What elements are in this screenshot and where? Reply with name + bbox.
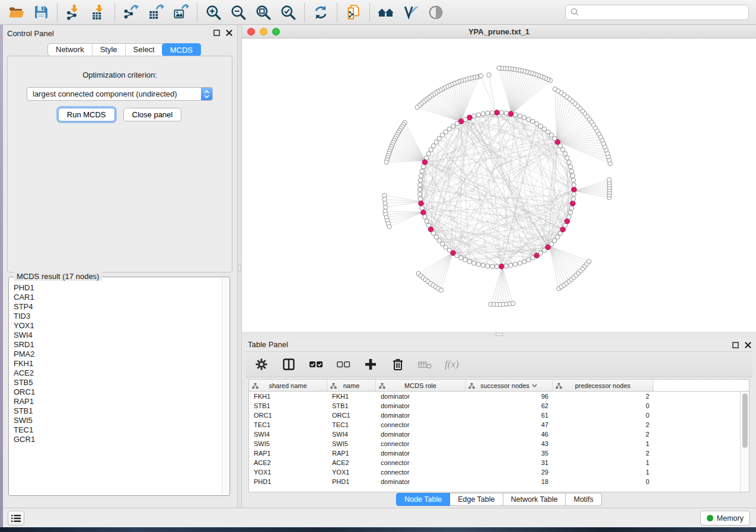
mcds-result-item[interactable]: SRD1 <box>14 340 229 350</box>
cell-predecessor-nodes[interactable]: 2 <box>553 450 653 457</box>
table-row[interactable]: RAP1RAP1dominator352 <box>249 448 749 458</box>
mcds-result-list[interactable]: PHD1CAR1STP4TID3YOX1SWI4SRD1PMA2FKH1ACE2… <box>9 277 229 444</box>
table-row[interactable]: TEC1TEC1connector472 <box>249 420 749 430</box>
table-row[interactable]: FKH1FKH1dominator962 <box>249 392 749 401</box>
column-header-MCDS-role[interactable]: MCDS role <box>376 380 465 392</box>
table-row[interactable]: ACE2ACE2connector311 <box>249 458 749 467</box>
mcds-result-item[interactable]: TEC1 <box>14 425 229 435</box>
network-window-titlebar[interactable]: YPA_prune.txt_1 <box>242 25 756 39</box>
zoom-selected-icon[interactable] <box>279 4 297 21</box>
cell-name[interactable]: YOX1 <box>327 469 376 476</box>
mcds-result-item[interactable]: FKH1 <box>14 359 229 368</box>
cell-predecessor-nodes[interactable]: 2 <box>553 431 653 438</box>
cell-predecessor-nodes[interactable]: 0 <box>553 402 653 409</box>
window-close-icon[interactable] <box>247 28 255 36</box>
table-row[interactable]: YOX1YOX1connector291 <box>249 467 749 477</box>
cell-shared-name[interactable]: YOX1 <box>249 469 327 476</box>
close-panel-icon[interactable] <box>745 342 751 348</box>
table-row[interactable]: SWI5SWI5connector431 <box>249 439 749 448</box>
tab-select[interactable]: Select <box>125 44 162 56</box>
column-header-shared-name[interactable]: shared name <box>249 380 327 392</box>
horizontal-splitter-handle[interactable] <box>496 333 503 336</box>
import-table-icon[interactable] <box>90 4 107 21</box>
node-table[interactable]: shared namenameMCDS rolesuccessor nodesp… <box>248 379 749 492</box>
cell-shared-name[interactable]: RAP1 <box>249 450 327 457</box>
mcds-result-item[interactable]: PMA2 <box>14 350 229 359</box>
cell-shared-name[interactable]: PHD1 <box>249 478 327 485</box>
cell-shared-name[interactable]: FKH1 <box>249 393 327 400</box>
mcds-result-item[interactable]: GCR1 <box>14 435 229 444</box>
cell-successor-nodes[interactable]: 35 <box>465 450 553 457</box>
cell-MCDS-role[interactable]: dominator <box>376 450 465 457</box>
table-row[interactable]: ORC1ORC1dominator610 <box>249 411 749 420</box>
table-scrollbar[interactable] <box>740 392 749 492</box>
float-panel-icon[interactable] <box>213 30 220 36</box>
mcds-result-item[interactable]: ORC1 <box>14 387 229 397</box>
column-header-name[interactable]: name <box>327 380 376 392</box>
cell-name[interactable]: ORC1 <box>327 412 376 419</box>
table-row[interactable]: SWI4SWI4dominator462 <box>249 430 749 439</box>
cell-name[interactable]: ACE2 <box>327 459 376 466</box>
window-maximize-icon[interactable] <box>272 28 280 36</box>
mcds-result-item[interactable]: TID3 <box>14 312 229 321</box>
cell-predecessor-nodes[interactable]: 2 <box>553 421 653 428</box>
zoom-fit-icon[interactable] <box>254 4 272 21</box>
cell-MCDS-role[interactable]: connector <box>376 440 465 447</box>
column-header-successor-nodes[interactable]: successor nodes <box>465 380 553 392</box>
network-canvas[interactable] <box>242 39 756 332</box>
cell-shared-name[interactable]: SWI4 <box>249 431 327 438</box>
cell-MCDS-role[interactable]: connector <box>376 469 465 476</box>
cell-successor-nodes[interactable]: 18 <box>465 478 553 485</box>
cell-MCDS-role[interactable]: dominator <box>376 431 465 438</box>
cell-name[interactable]: FKH1 <box>327 393 376 400</box>
cell-predecessor-nodes[interactable]: 1 <box>553 469 653 476</box>
cell-MCDS-role[interactable]: dominator <box>376 412 465 419</box>
export-table-icon[interactable] <box>147 4 165 21</box>
search-input[interactable] <box>582 7 744 17</box>
cell-name[interactable]: SWI5 <box>327 440 376 447</box>
home-networks-icon[interactable] <box>377 4 395 21</box>
task-history-button[interactable] <box>8 511 24 525</box>
cell-successor-nodes[interactable]: 43 <box>465 440 553 447</box>
cell-MCDS-role[interactable]: connector <box>376 421 465 428</box>
cell-shared-name[interactable]: ORC1 <box>249 412 327 419</box>
cell-successor-nodes[interactable]: 96 <box>465 393 553 400</box>
show-hide-panel-icon[interactable] <box>427 4 445 21</box>
tab-motifs[interactable]: Motifs <box>566 493 601 506</box>
mcds-result-item[interactable]: STP4 <box>14 302 229 312</box>
cell-successor-nodes[interactable]: 62 <box>465 402 553 409</box>
cell-predecessor-nodes[interactable]: 0 <box>553 412 653 419</box>
open-session-icon[interactable] <box>7 4 25 21</box>
cell-MCDS-role[interactable]: dominator <box>376 478 465 485</box>
export-network-icon[interactable] <box>122 4 140 21</box>
cell-predecessor-nodes[interactable]: 0 <box>553 478 653 485</box>
export-image-icon[interactable] <box>172 4 190 21</box>
tab-mcds[interactable]: MCDS <box>162 43 201 56</box>
cell-predecessor-nodes[interactable]: 1 <box>553 459 653 466</box>
cell-predecessor-nodes[interactable]: 2 <box>553 393 653 400</box>
cell-successor-nodes[interactable]: 46 <box>465 431 553 438</box>
mcds-result-item[interactable]: SWI5 <box>14 416 229 425</box>
tab-edge-table[interactable]: Edge Table <box>450 493 503 506</box>
vertical-splitter[interactable] <box>237 25 242 508</box>
cell-name[interactable]: TEC1 <box>327 421 376 428</box>
tab-network[interactable]: Network <box>48 44 92 56</box>
cell-MCDS-role[interactable]: dominator <box>376 402 465 409</box>
cell-name[interactable]: SWI4 <box>327 431 376 438</box>
deselect-all-icon[interactable] <box>336 357 351 372</box>
mcds-result-item[interactable]: PHD1 <box>14 283 229 293</box>
save-session-icon[interactable] <box>32 4 50 21</box>
cell-name[interactable]: STB1 <box>327 402 376 409</box>
add-column-icon[interactable] <box>363 357 378 372</box>
close-panel-icon[interactable] <box>226 30 232 36</box>
cell-shared-name[interactable]: TEC1 <box>249 421 327 428</box>
cell-successor-nodes[interactable]: 61 <box>465 412 553 419</box>
cell-successor-nodes[interactable]: 31 <box>465 459 553 466</box>
column-header-predecessor-nodes[interactable]: predecessor nodes <box>553 380 653 392</box>
cell-predecessor-nodes[interactable]: 1 <box>553 440 653 447</box>
run-mcds-button[interactable]: Run MCDS <box>58 108 115 121</box>
optimization-criterion-select[interactable]: largest connected component (undirected) <box>27 87 213 101</box>
mcds-result-item[interactable]: ACE2 <box>14 368 229 378</box>
memory-button[interactable]: Memory <box>700 511 750 525</box>
cell-successor-nodes[interactable]: 47 <box>465 421 553 428</box>
